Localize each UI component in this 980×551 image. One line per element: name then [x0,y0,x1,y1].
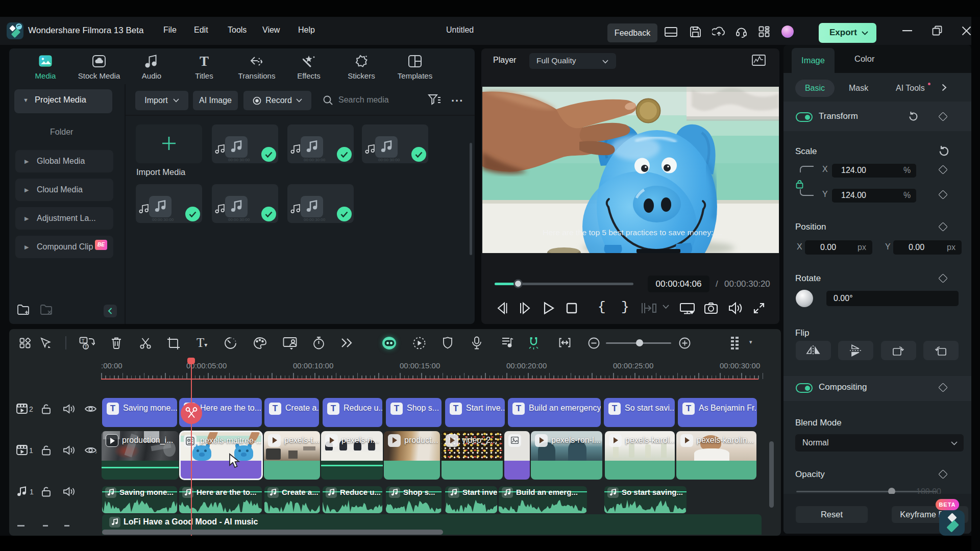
svg-text:Here are the top 5 best practi: Here are the top 5 best practices to sav… [543,228,722,237]
svg-text:T: T [85,344,88,349]
svg-text:T: T [82,338,85,343]
